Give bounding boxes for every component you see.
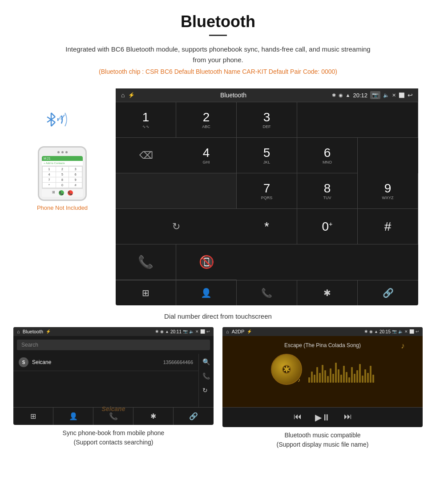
dial-number-7: 7: [263, 182, 270, 195]
pb-back[interactable]: ↩: [206, 329, 210, 334]
dial-letters-6: MNO: [323, 160, 332, 164]
bluetooth-signal-area: [44, 106, 80, 137]
dial-key-hash[interactable]: #: [358, 209, 418, 244]
phone-not-included-label: Phone Not Included: [37, 204, 88, 211]
phone-key-star[interactable]: *: [43, 183, 56, 188]
grid-menu-button[interactable]: ⊞: [116, 280, 176, 305]
music-cam[interactable]: 📷: [392, 329, 397, 334]
music-controls: ⏮ ▶⏸ ⏭: [222, 407, 423, 427]
pb-contacts-btn[interactable]: 👤: [53, 408, 93, 425]
dial-key-1[interactable]: 1 ∿∿: [116, 102, 176, 138]
music-fs[interactable]: ⬜: [409, 329, 414, 334]
phone-key-8[interactable]: 8: [56, 177, 69, 182]
phone-key-9[interactable]: 9: [69, 177, 82, 182]
dial-key-5[interactable]: 5 JKL: [237, 138, 297, 173]
album-art: ✱ ♪: [271, 354, 302, 385]
end-call-button[interactable]: 📵: [176, 244, 237, 280]
dial-key-0[interactable]: 0+: [297, 209, 358, 244]
music-close[interactable]: ✕: [404, 329, 408, 334]
bottom-screenshots: ⌂ Bluetooth ⚡ ✱ ◉ ▲ 20:11 📷 🔈 ✕ ⬜ ↩: [0, 327, 436, 449]
dial-key-3[interactable]: 3 DEF: [237, 102, 297, 138]
phone-button[interactable]: 📞: [237, 280, 297, 305]
bluetooth-button[interactable]: ✱: [297, 280, 358, 305]
backspace-button[interactable]: ⌫: [116, 138, 176, 173]
search-bar-container[interactable]: Search: [17, 340, 210, 350]
contacts-button[interactable]: 👤: [176, 280, 237, 305]
call-icon: 📞: [138, 255, 153, 269]
phonebook-topbar: ⌂ Bluetooth ⚡ ✱ ◉ ▲ 20:11 📷 🔈 ✕ ⬜ ↩: [13, 327, 214, 336]
main-section: M:21 + Add to Contacts 1 2 3 4 5 6 7 8 9…: [0, 88, 436, 305]
dial-key-2[interactable]: 2 ABC: [176, 102, 237, 138]
phonebook-main: S Seicane 13566664466 🔍 📞 ↻: [13, 354, 214, 407]
dial-caption: Dial number direct from touchscreen: [0, 312, 436, 320]
pb-fs[interactable]: ⬜: [200, 329, 205, 334]
music-back[interactable]: ↩: [416, 329, 419, 334]
contact-list: S Seicane 13566664466: [13, 354, 198, 407]
phone-key-2[interactable]: 2: [56, 167, 69, 172]
next-track-button[interactable]: ⏭: [344, 412, 352, 423]
phone-key-0[interactable]: 0: [56, 183, 69, 188]
pb-vol[interactable]: 🔈: [189, 329, 194, 334]
dial-key-star[interactable]: *: [237, 209, 297, 244]
dial-number-8: 8: [324, 182, 331, 195]
phone-key-3[interactable]: 3: [69, 167, 82, 172]
phone-key-5[interactable]: 5: [56, 172, 69, 177]
dial-key-4[interactable]: 4 GHI: [176, 138, 237, 173]
pb-home-icon[interactable]: ⌂: [17, 329, 20, 334]
refresh-button[interactable]: ↻: [116, 209, 237, 244]
link-button[interactable]: 🔗: [358, 280, 418, 305]
pb-close[interactable]: ✕: [195, 329, 199, 334]
dial-key-9[interactable]: 9 WXYZ: [358, 173, 418, 209]
pb-grid-btn[interactable]: ⊞: [13, 408, 53, 425]
dial-key-7[interactable]: 7 PQRS: [237, 173, 297, 209]
pb-sidebar: 🔍 📞 ↻: [198, 354, 214, 407]
volume-icon[interactable]: 🔈: [383, 92, 389, 98]
page-header: Bluetooth Integrated with BC6 Bluetooth …: [0, 0, 436, 88]
eq-bar: [359, 364, 361, 383]
music-vol[interactable]: 🔈: [398, 329, 403, 334]
music-screen: ⌂ A2DP ⚡ ✱ ◉ ▲ 20:15 📷 🔈 ✕ ⬜ ↩ Escap: [222, 327, 423, 427]
camera-icon[interactable]: 📷: [370, 91, 380, 99]
back-icon[interactable]: ↩: [408, 92, 413, 99]
dial-number-0: 0+: [322, 220, 333, 233]
dial-key-8[interactable]: 8 TUV: [297, 173, 358, 209]
phone-call-btn[interactable]: 📞: [59, 190, 64, 196]
dial-screen: ⌂ ⚡ Bluetooth ✱ ◉ ▲ 20:12 📷 🔈 ✕ ⬜ ↩ 1: [116, 88, 418, 305]
eq-bar: [346, 372, 347, 383]
prev-track-button[interactable]: ⏮: [294, 412, 302, 423]
phone-key-7[interactable]: 7: [43, 177, 56, 182]
phone-key-6[interactable]: 6: [69, 172, 82, 177]
pb-search-icon[interactable]: 🔍: [202, 358, 210, 365]
music-caption-sub: (Support display music file name): [277, 441, 369, 448]
close-icon[interactable]: ✕: [392, 92, 396, 98]
phone-mockup: M:21 + Add to Contacts 1 2 3 4 5 6 7 8 9…: [38, 146, 87, 201]
call-button[interactable]: 📞: [116, 244, 176, 280]
dial-letters-8: TUV: [323, 196, 331, 200]
pb-bt-btn[interactable]: ✱: [133, 408, 174, 425]
dial-key-6[interactable]: 6 MNO: [297, 138, 358, 173]
pb-cam[interactable]: 📷: [183, 329, 188, 334]
music-loc-icon: ◉: [369, 329, 373, 334]
phone-key-4[interactable]: 4: [43, 172, 56, 177]
fullscreen-icon[interactable]: ⬜: [399, 92, 405, 98]
dial-number-6: 6: [324, 147, 331, 159]
music-home-icon[interactable]: ⌂: [226, 329, 229, 334]
contact-avatar: S: [19, 357, 28, 367]
phone-key-hash[interactable]: #: [69, 183, 82, 188]
eq-bar: [343, 366, 345, 383]
phone-key-1[interactable]: 1: [43, 167, 56, 172]
phone-dot: [61, 151, 64, 153]
dial-letters-3: DEF: [263, 124, 271, 129]
pb-refresh-icon[interactable]: ↻: [202, 387, 210, 394]
phone-end-btn[interactable]: 📞: [68, 190, 73, 196]
contact-row[interactable]: S Seicane 13566664466: [13, 354, 198, 371]
home-icon[interactable]: ⌂: [121, 92, 125, 99]
signal-arcs: [54, 108, 77, 131]
seicane-watermark: Seicane: [102, 405, 125, 412]
dial-number-3: 3: [263, 111, 270, 124]
pb-call-icon[interactable]: 📞: [202, 372, 210, 380]
pb-link-btn[interactable]: 🔗: [174, 408, 214, 425]
pb-loc-icon: ◉: [160, 329, 164, 334]
play-pause-button[interactable]: ▶⏸: [315, 412, 331, 423]
search-placeholder: Search: [21, 342, 38, 348]
